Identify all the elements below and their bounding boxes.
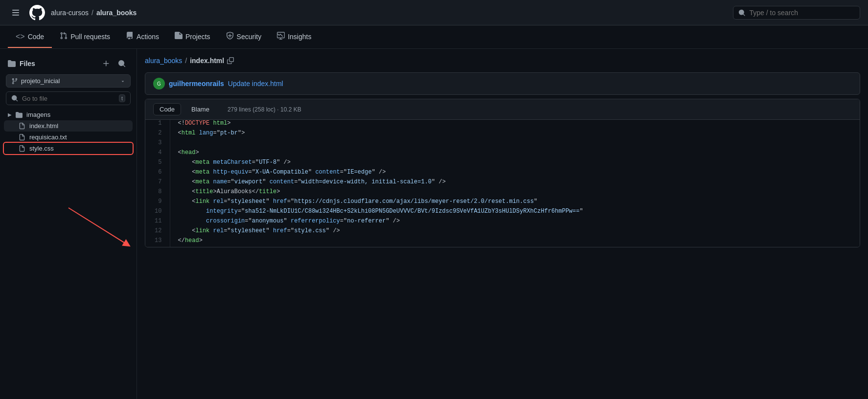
search-files-button[interactable] (115, 57, 129, 70)
avatar: G (153, 78, 165, 89)
breadcrumb: alura-cursos / alura_books (51, 9, 137, 17)
table-row: 11 crossorigin="anonymous" referrerpolic… (145, 218, 860, 227)
line-number: 5 (145, 159, 170, 169)
file-icon (19, 145, 25, 152)
line-code[interactable]: <link rel="stylesheet" href="https://cdn… (170, 198, 860, 208)
tab-insights-label: Insights (288, 33, 311, 41)
line-code[interactable]: </head> (170, 237, 860, 247)
tab-actions[interactable]: Actions (118, 26, 167, 48)
tab-pull-requests-label: Pull requests (70, 33, 110, 41)
branch-icon (11, 78, 18, 85)
hamburger-button[interactable] (8, 5, 23, 21)
annotation-arrow (29, 181, 137, 328)
table-row: 3 (145, 139, 860, 149)
line-number: 12 (145, 227, 170, 237)
code-table: 1 <!DOCTYPE html> 2 <html lang="pt-br"> … (145, 120, 860, 247)
list-item[interactable]: requisicao.txt (4, 132, 133, 143)
search-small-icon (11, 95, 18, 102)
line-number: 8 (145, 188, 170, 198)
line-number: 11 (145, 218, 170, 227)
breadcrumb-org[interactable]: alura-cursos (51, 9, 89, 17)
tab-pull-requests[interactable]: Pull requests (52, 26, 118, 48)
commit-message-link[interactable]: Update index.html (228, 80, 283, 88)
line-number: 4 (145, 149, 170, 159)
table-row: 10 integrity="sha512-NmLkDIU1C/C88wi324H… (145, 208, 860, 218)
commit-author[interactable]: guilhermeonrails (169, 80, 224, 88)
list-item[interactable]: ▶ imagens (4, 109, 133, 120)
go-to-file-shortcut: t (119, 94, 125, 102)
tab-actions-label: Actions (137, 33, 159, 41)
file-breadcrumb: alura_books / index.html (145, 57, 860, 65)
go-to-file[interactable]: t (6, 91, 131, 105)
commit-message: Update index.html (228, 80, 283, 88)
line-code[interactable]: <link rel="stylesheet" href="style.css" … (170, 227, 860, 237)
line-number: 1 (145, 120, 170, 130)
tab-projects-label: Projects (185, 33, 210, 41)
breadcrumb-separator: / (185, 57, 187, 65)
code-view: Code Blame 279 lines (258 loc) · 10.2 KB… (145, 99, 860, 247)
line-code[interactable]: <meta metaCharset="UTF-8" /> (170, 159, 860, 169)
table-row: 13 </head> (145, 237, 860, 247)
list-item[interactable]: index.html (4, 120, 133, 132)
file-name: index.html (29, 122, 58, 130)
line-number: 10 (145, 208, 170, 218)
folder-icon (16, 111, 23, 118)
table-row: 1 <!DOCTYPE html> (145, 120, 860, 130)
file-name: style.css (29, 145, 54, 152)
breadcrumb-repo[interactable]: alura_books (96, 9, 137, 17)
search-icon (738, 9, 745, 17)
line-code[interactable]: crossorigin="anonymous" referrerpolicy="… (170, 218, 860, 227)
file-name: requisicao.txt (29, 133, 67, 141)
file-tree: ▶ imagens index.html requis (0, 109, 137, 154)
line-code[interactable]: <meta name="viewport" content="width=dev… (170, 178, 860, 188)
security-icon (226, 32, 234, 42)
line-code[interactable]: <html lang="pt-br"> (170, 130, 860, 139)
line-code[interactable]: <title>AluraBooks</title> (170, 188, 860, 198)
line-number: 6 (145, 169, 170, 178)
chevron-down-icon (120, 79, 125, 84)
line-code[interactable]: <head> (170, 149, 860, 159)
code-icon: <> (16, 32, 25, 41)
tab-security-label: Security (237, 33, 262, 41)
sidebar-files-title: Files (20, 60, 35, 67)
file-icon (19, 134, 25, 141)
table-row: 6 <meta http-equiv="X-UA-Compatible" con… (145, 169, 860, 178)
code-stats: 279 lines (258 loc) · 10.2 KB (228, 106, 301, 113)
tab-blame-view[interactable]: Blame (185, 103, 216, 115)
search-box[interactable] (733, 6, 860, 20)
line-number: 9 (145, 198, 170, 208)
projects-icon (175, 32, 183, 42)
search-files-icon (118, 60, 126, 67)
tab-code[interactable]: <> Code (8, 26, 52, 48)
add-icon (102, 60, 110, 67)
search-input[interactable] (749, 9, 855, 17)
tab-code-view[interactable]: Code (153, 103, 181, 115)
tab-security[interactable]: Security (218, 26, 270, 48)
line-number: 7 (145, 178, 170, 188)
line-code[interactable]: <!DOCTYPE html> (170, 120, 860, 130)
line-code[interactable]: <meta http-equiv="X-UA-Compatible" conte… (170, 169, 860, 178)
table-row: 5 <meta metaCharset="UTF-8" /> (145, 159, 860, 169)
tab-insights[interactable]: Insights (269, 26, 319, 48)
nav-tabs: <> Code Pull requests Actions Projects (0, 25, 868, 49)
sidebar-title: Files (8, 60, 35, 67)
line-code[interactable]: integrity="sha512-NmLkDIU1C/C88wi324HBc+… (170, 208, 860, 218)
line-number: 2 (145, 130, 170, 139)
line-number: 13 (145, 237, 170, 247)
table-row: 9 <link rel="stylesheet" href="https://c… (145, 198, 860, 208)
add-file-button[interactable] (99, 57, 113, 70)
files-icon (8, 60, 16, 67)
insights-icon (277, 32, 285, 42)
branch-selector[interactable]: projeto_inicial (6, 74, 131, 88)
tab-projects[interactable]: Projects (167, 26, 218, 48)
line-number: 3 (145, 139, 170, 149)
breadcrumb-repo-link[interactable]: alura_books (145, 57, 182, 65)
list-item[interactable]: style.css (4, 143, 133, 154)
main-layout: Files projeto_inic (0, 49, 868, 399)
table-row: 2 <html lang="pt-br"> (145, 130, 860, 139)
go-to-file-input[interactable] (22, 95, 115, 102)
sidebar-actions (99, 57, 129, 70)
file-content: alura_books / index.html G guilhermeonra… (137, 49, 868, 399)
copy-path-button[interactable] (227, 57, 234, 64)
table-row: 8 <title>AluraBooks</title> (145, 188, 860, 198)
